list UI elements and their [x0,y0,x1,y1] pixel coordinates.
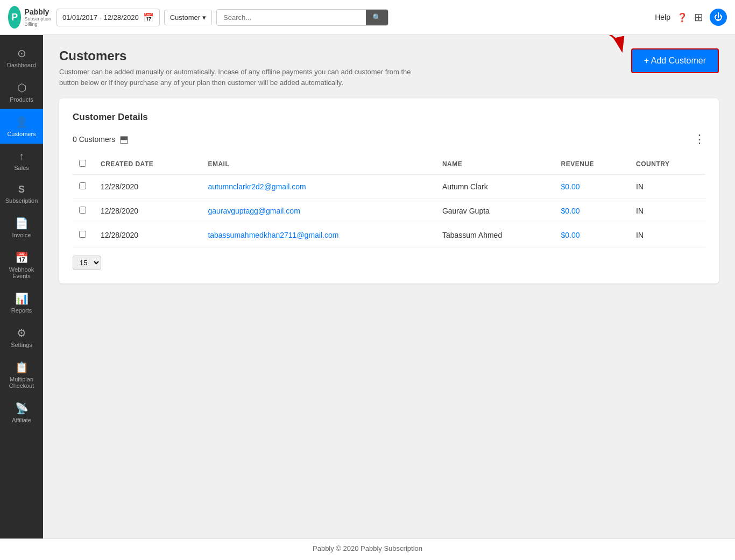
row-checkbox[interactable] [79,207,86,214]
logo-icon: P [8,6,21,29]
sidebar-label-products: Products [10,96,33,103]
sidebar-label-subscription: Subscription [5,197,38,204]
cell-country: IN [630,174,705,199]
page-title: Customers [59,48,425,63]
col-country: COUNTRY [630,154,705,174]
cell-date: 12/28/2020 [94,199,201,223]
row-checkbox[interactable] [79,231,86,238]
cell-name: Gaurav Gupta [436,199,555,223]
power-button[interactable]: ⏻ [710,9,727,26]
more-options-icon[interactable]: ⋮ [694,132,705,146]
pagination-area: 15 25 50 [73,256,705,270]
table-row: 12/28/2020 gauravguptagg@gmail.com Gaura… [73,199,705,223]
table-controls: 0 Customers ⬒ ⋮ [73,132,705,146]
products-icon: ⬡ [17,81,26,94]
sidebar-label-sales: Sales [14,165,29,171]
add-customer-button[interactable]: + Add Customer [631,48,719,73]
cell-name: Autumn Clark [436,174,555,199]
page-header: Customers Customer can be added manually… [59,48,719,88]
sidebar-item-customers[interactable]: 👤 Customers [0,109,43,144]
cell-revenue: $0.00 [555,174,630,199]
sidebar-item-reports[interactable]: 📊 Reports [0,286,43,320]
search-button[interactable]: 🔍 [366,10,388,25]
apps-grid-icon[interactable]: ⊞ [694,11,703,24]
cell-email: autumnclarkr2d2@gmail.com [201,174,436,199]
add-customer-container: + Add Customer [631,48,719,73]
webhook-icon: 📅 [15,251,29,264]
search-bar: 🔍 [216,9,388,26]
multiplan-icon: 📋 [15,361,29,374]
cell-name: Tabassum Ahmed [436,223,555,247]
footer-text: Pabbly © 2020 Pabbly Subscription [313,544,422,552]
sidebar-item-affiliate[interactable]: 📡 Affiliate [0,395,43,430]
sidebar-label-reports: Reports [11,307,32,314]
cell-country: IN [630,223,705,247]
email-link[interactable]: gauravguptagg@gmail.com [208,207,300,215]
customers-icon: 👤 [15,116,29,129]
date-range-picker[interactable]: 01/01/2017 - 12/28/2020 📅 [56,9,160,26]
subscription-icon: S [18,184,25,195]
table-row: 12/28/2020 tabassumahmedkhan2711@gmail.c… [73,223,705,247]
brand-sub: Subscription Billing [24,16,51,27]
main-content: Customers Customer can be added manually… [43,35,735,560]
customer-filter-dropdown[interactable]: Customer ▾ [164,10,212,25]
customer-count: 0 Customers [73,135,115,144]
sidebar-label-dashboard: Dashboard [7,62,36,68]
logo: P Pabbly Subscription Billing [8,6,51,29]
sidebar-item-dashboard[interactable]: ⊙ Dashboard [0,40,43,75]
sidebar-label-invoice: Invoice [12,232,31,238]
customer-dropdown-label: Customer [170,13,200,22]
sidebar-item-webhook[interactable]: 📅 Webhook Events [0,245,43,286]
cell-revenue: $0.00 [555,199,630,223]
col-revenue: REVENUE [555,154,630,174]
row-checkbox[interactable] [79,182,86,189]
col-name: NAME [436,154,555,174]
sidebar-item-invoice[interactable]: 📄 Invoice [0,210,43,245]
sidebar-label-affiliate: Affiliate [12,417,31,423]
cell-date: 12/28/2020 [94,223,201,247]
export-icon[interactable]: ⬒ [119,133,129,145]
settings-icon: ⚙ [17,327,26,339]
footer: Pabbly © 2020 Pabbly Subscription [0,538,735,560]
page-subtitle: Customer can be added manually or automa… [59,67,425,88]
page-body: ⊙ Dashboard ⬡ Products 👤 Customers ↑ Sal… [0,35,735,560]
customer-details-card: Customer Details 0 Customers ⬒ ⋮ CREATED… [59,98,719,283]
dashboard-icon: ⊙ [17,47,26,60]
cell-email: tabassumahmedkhan2711@gmail.com [201,223,436,247]
customers-table: CREATED DATE EMAIL NAME REVENUE COUNTRY … [73,154,705,247]
header: P Pabbly Subscription Billing 01/01/2017… [0,0,735,35]
header-right: Help ❓ ⊞ ⏻ [655,9,727,26]
cell-revenue: $0.00 [555,223,630,247]
invoice-icon: 📄 [15,217,29,230]
header-controls: 01/01/2017 - 12/28/2020 📅 Customer ▾ 🔍 [56,9,655,26]
page-size-select[interactable]: 15 25 50 [73,256,101,270]
sidebar: ⊙ Dashboard ⬡ Products 👤 Customers ↑ Sal… [0,35,43,560]
help-label: Help [655,13,670,22]
sidebar-item-sales[interactable]: ↑ Sales [0,144,43,178]
email-link[interactable]: tabassumahmedkhan2711@gmail.com [208,231,338,239]
sidebar-label-customers: Customers [7,131,36,137]
select-all-checkbox[interactable] [79,160,86,167]
col-email: EMAIL [201,154,436,174]
card-title: Customer Details [73,112,705,123]
table-row: 12/28/2020 autumnclarkr2d2@gmail.com Aut… [73,174,705,199]
sidebar-label-webhook: Webhook Events [0,266,43,279]
customer-count-area: 0 Customers ⬒ [73,133,129,145]
logo-text: Pabbly Subscription Billing [24,8,51,27]
reports-icon: 📊 [15,292,29,305]
sidebar-label-multiplan: Multiplan Checkout [0,376,43,389]
sidebar-item-products[interactable]: ⬡ Products [0,75,43,109]
sidebar-item-settings[interactable]: ⚙ Settings [0,320,43,355]
search-input[interactable] [217,10,366,25]
cell-date: 12/28/2020 [94,174,201,199]
date-range-value: 01/01/2017 - 12/28/2020 [62,13,139,22]
email-link[interactable]: autumnclarkr2d2@gmail.com [208,182,306,191]
help-icon[interactable]: ❓ [677,12,688,23]
cell-country: IN [630,199,705,223]
chevron-down-icon: ▾ [202,13,206,22]
sidebar-item-multiplan[interactable]: 📋 Multiplan Checkout [0,355,43,395]
brand-name: Pabbly [24,8,51,16]
cell-email: gauravguptagg@gmail.com [201,199,436,223]
sidebar-item-subscription[interactable]: S Subscription [0,178,43,210]
calendar-icon: 📅 [143,12,154,23]
